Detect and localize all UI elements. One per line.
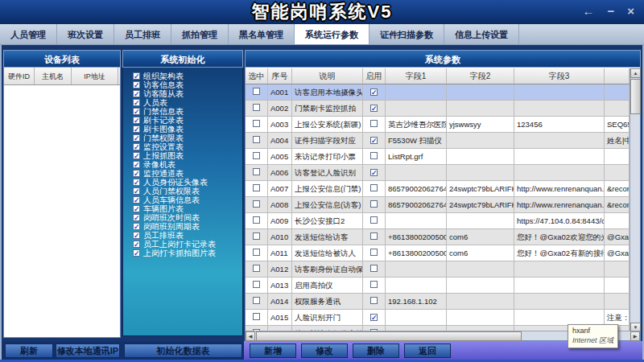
checkbox-icon[interactable]	[133, 196, 140, 204]
device-list-title: 设备列表	[3, 50, 121, 68]
row-select-checkbox[interactable]	[253, 216, 260, 224]
back-arrow-icon[interactable]: ←	[582, 4, 594, 19]
enabled-checkbox[interactable]	[370, 152, 378, 159]
param-row[interactable]: A010发送短信给访客+8613800200500com6您好！@Gxa02欢迎…	[246, 229, 630, 245]
enabled-checkbox[interactable]	[370, 88, 378, 96]
row-select-checkbox[interactable]	[253, 88, 260, 95]
checkbox-icon[interactable]	[133, 249, 140, 257]
vertical-scrollbar[interactable]: ▲ ▼	[630, 68, 640, 332]
init-data-tables-button[interactable]: 初始化数据表	[124, 343, 242, 358]
tab-staff-scheduling[interactable]: 员工排班	[114, 24, 171, 44]
enabled-checkbox[interactable]	[370, 232, 378, 240]
enabled-checkbox[interactable]	[370, 314, 378, 321]
checkbox-icon[interactable]	[133, 143, 140, 150]
tab-info-upload-settings[interactable]: 信息上传设置	[444, 24, 519, 44]
delete-button[interactable]: 删除	[353, 343, 399, 358]
param-row[interactable]: A014权限服务通讯192.168.1.102	[246, 294, 630, 310]
enabled-checkbox[interactable]	[370, 265, 378, 272]
param-field3: 123456	[514, 117, 605, 132]
row-select-checkbox[interactable]	[253, 281, 260, 288]
scroll-up-icon[interactable]: ▲	[630, 68, 641, 78]
checkbox-icon[interactable]	[133, 214, 140, 221]
enabled-checkbox[interactable]	[370, 200, 378, 208]
param-row[interactable]: A004证件扫描字段对应F5530W 扫描仪姓名|中文姓名,...	[246, 133, 630, 149]
param-row[interactable]: A008上报公安信息(访客)86579002062764224swptc79bL…	[246, 197, 630, 213]
param-row[interactable]: A007上报公安信息(门禁)86579002062764224swptc79bL…	[246, 181, 630, 197]
checkbox-icon[interactable]	[133, 223, 140, 230]
row-select-checkbox[interactable]	[253, 232, 260, 240]
row-select-checkbox[interactable]	[253, 168, 260, 175]
scroll-left-icon[interactable]: ◀	[246, 331, 255, 341]
param-row[interactable]: A011发送短信给被访人+8613800200500com6您好！@Gxa02有…	[246, 245, 630, 261]
param-row[interactable]: A012访客刷身份证自动保存	[246, 261, 630, 278]
scroll-right-icon[interactable]: ▶	[630, 331, 640, 341]
param-row[interactable]: A009长沙公安接口2https://47.104.0.84:8443/crp	[246, 213, 630, 229]
checkbox-icon[interactable]	[133, 152, 140, 159]
minimize-icon[interactable]: −	[607, 4, 614, 19]
window-controls: ← − ×	[582, 4, 634, 19]
param-row[interactable]: A006访客登记人脸识别	[246, 165, 630, 181]
row-select-checkbox[interactable]	[253, 152, 260, 159]
enabled-checkbox[interactable]	[370, 105, 378, 112]
enabled-checkbox[interactable]	[370, 169, 378, 176]
row-select-checkbox[interactable]	[253, 200, 260, 208]
device-table-body[interactable]	[4, 85, 120, 336]
enabled-checkbox[interactable]	[370, 297, 378, 304]
row-select-checkbox[interactable]	[253, 184, 260, 191]
tab-capture-management[interactable]: 抓拍管理	[171, 24, 229, 44]
system-params-panel: 系统参数 选中序号说明启用字段1字段2字段3A001访客启用本地摄像头抓拍A00…	[245, 50, 641, 341]
checkbox-icon[interactable]	[133, 99, 140, 106]
enabled-checkbox[interactable]	[370, 216, 378, 224]
enabled-checkbox[interactable]	[370, 120, 378, 127]
checkbox-icon[interactable]	[133, 170, 140, 177]
param-row[interactable]: A001访客启用本地摄像头抓拍	[246, 84, 630, 101]
checkbox-icon[interactable]	[133, 134, 140, 142]
enabled-checkbox[interactable]	[370, 249, 378, 256]
row-select-checkbox[interactable]	[253, 249, 260, 256]
refresh-button[interactable]: 刷新	[5, 343, 53, 358]
horizontal-scroll-thumb[interactable]	[256, 331, 522, 341]
param-row[interactable]: A002门禁刷卡监控抓拍	[246, 101, 630, 117]
checkbox-icon[interactable]	[133, 161, 140, 168]
tab-shift-settings[interactable]: 班次设置	[57, 24, 114, 44]
close-icon[interactable]: ×	[627, 4, 634, 19]
checkbox-icon[interactable]	[133, 81, 140, 88]
checkbox-icon[interactable]	[133, 117, 140, 124]
checkbox-icon[interactable]	[133, 125, 140, 133]
tab-id-scan-params[interactable]: 证件扫描参数	[369, 24, 444, 44]
checkbox-icon[interactable]	[133, 232, 140, 239]
enabled-checkbox[interactable]	[370, 281, 378, 288]
checkbox-icon[interactable]	[133, 179, 140, 186]
checkbox-icon[interactable]	[133, 108, 140, 115]
checkbox-icon[interactable]	[133, 187, 140, 195]
checklist-item[interactable]: 上岗打卡抓拍图片表	[133, 249, 242, 257]
checkbox-icon[interactable]	[133, 205, 140, 212]
param-field2	[447, 84, 514, 100]
param-row[interactable]: A015人脸识别开门注意：字段05为...	[246, 310, 630, 326]
param-row[interactable]: A003上报公安系统(新疆)英吉沙维吾尔医院yjswwsyy123456SEQ6…	[246, 117, 630, 133]
row-select-checkbox[interactable]	[253, 265, 260, 272]
edit-button[interactable]: 修改	[301, 343, 348, 358]
enabled-checkbox[interactable]	[370, 184, 378, 191]
param-row[interactable]: A005来访记录打印小票ListRpt.grf	[246, 149, 630, 165]
checkbox-icon[interactable]	[133, 90, 140, 97]
row-select-checkbox[interactable]	[253, 297, 260, 304]
checkbox-icon[interactable]	[133, 241, 140, 248]
modify-local-ip-button[interactable]: 修改本地通讯IP	[56, 343, 120, 358]
add-button[interactable]: 新增	[250, 343, 296, 358]
tab-blacklist-management[interactable]: 黑名单管理	[229, 24, 295, 44]
enabled-checkbox[interactable]	[370, 137, 378, 144]
param-no: A006	[268, 165, 292, 180]
tab-personnel[interactable]: 人员管理	[0, 24, 57, 44]
param-field2	[447, 165, 514, 180]
row-select-checkbox[interactable]	[253, 136, 260, 143]
checkbox-icon[interactable]	[133, 72, 140, 80]
param-field2	[447, 133, 514, 148]
row-select-checkbox[interactable]	[253, 104, 260, 111]
return-button[interactable]: 返回	[404, 343, 451, 358]
tab-system-run-params[interactable]: 系统运行参数	[295, 24, 369, 44]
row-select-checkbox[interactable]	[253, 313, 260, 320]
vertical-scroll-thumb[interactable]	[630, 79, 641, 114]
row-select-checkbox[interactable]	[253, 120, 260, 127]
param-row[interactable]: A013启用高拍仪	[246, 278, 630, 294]
